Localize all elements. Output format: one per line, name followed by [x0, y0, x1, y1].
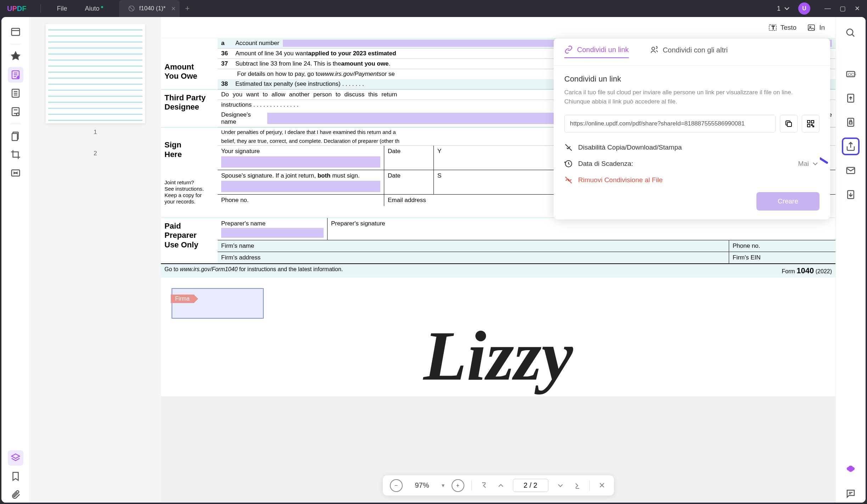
- text-tool[interactable]: TTesto: [768, 23, 796, 32]
- reader-mode-button[interactable]: [8, 24, 23, 40]
- search-button[interactable]: [842, 24, 860, 42]
- annotation-arrow: [820, 157, 828, 166]
- zoom-navigation-bar: − 97% ▾ + ✕: [383, 475, 614, 495]
- link-icon: [564, 45, 573, 54]
- unlink-icon: [564, 176, 573, 184]
- close-bar-button[interactable]: ✕: [597, 481, 607, 490]
- expiry-option[interactable]: Data di Scadenza: Mai: [564, 159, 820, 168]
- organize-button[interactable]: [8, 104, 23, 119]
- share-others-tab[interactable]: Condividi con gli altri: [650, 45, 728, 58]
- menu-file[interactable]: File: [48, 5, 76, 12]
- share-description: Carica il tuo file sul cloud per inviare…: [564, 88, 820, 106]
- disable-icon: [564, 143, 573, 152]
- redact-button[interactable]: [8, 165, 23, 181]
- app-logo: UPDF: [7, 5, 26, 13]
- expiry-value[interactable]: Mai: [798, 159, 820, 168]
- history-icon: [564, 159, 573, 168]
- minimize-button[interactable]: —: [824, 5, 831, 12]
- create-button[interactable]: Creare: [756, 192, 820, 211]
- svg-point-28: [847, 29, 853, 35]
- remove-share-option[interactable]: Rimuovi Condivisione al File: [564, 176, 820, 184]
- titlebar: UPDF File Aiuto f1040 (1)* × + 1 U — ▢ ✕: [0, 0, 867, 17]
- share-url-input[interactable]: [564, 115, 776, 133]
- svg-rect-26: [813, 126, 814, 127]
- svg-rect-21: [787, 122, 792, 127]
- qr-code-button[interactable]: [802, 115, 820, 133]
- prev-page-button[interactable]: [496, 481, 506, 490]
- form-button[interactable]: [8, 85, 23, 101]
- comment-button[interactable]: [8, 49, 23, 64]
- image-tool[interactable]: In: [807, 23, 825, 32]
- svg-line-1: [130, 7, 133, 10]
- svg-rect-22: [807, 121, 810, 123]
- svg-line-29: [852, 34, 854, 37]
- svg-rect-23: [811, 121, 814, 123]
- svg-rect-25: [811, 124, 812, 125]
- attachment-button[interactable]: [8, 487, 23, 503]
- svg-text:OCR: OCR: [848, 72, 856, 77]
- zoom-in-button[interactable]: +: [452, 479, 464, 492]
- share-button[interactable]: [842, 138, 860, 155]
- zoom-dropdown[interactable]: ▾: [442, 482, 444, 489]
- svg-rect-34: [849, 122, 852, 124]
- layers-button[interactable]: [8, 450, 23, 466]
- comment-panel-button[interactable]: [842, 485, 860, 503]
- svg-point-10: [16, 113, 19, 116]
- protect-button[interactable]: [842, 113, 860, 131]
- pages-button[interactable]: [8, 128, 23, 144]
- svg-rect-16: [808, 25, 815, 30]
- ai-button[interactable]: [842, 461, 860, 478]
- share-link-tab[interactable]: Condividi un link: [564, 45, 629, 58]
- window-count[interactable]: 1: [777, 4, 791, 13]
- close-button[interactable]: ✕: [855, 5, 860, 12]
- tab-title: f1040 (1)*: [139, 5, 166, 12]
- share-panel: Condividi un link Condividi con gli altr…: [554, 38, 830, 219]
- copy-icon: [784, 119, 793, 128]
- first-page-button[interactable]: [479, 481, 489, 490]
- share-title: Condividi un link: [564, 74, 820, 84]
- svg-rect-9: [12, 108, 19, 116]
- svg-rect-24: [807, 124, 810, 127]
- user-avatar[interactable]: U: [798, 2, 810, 15]
- copy-link-button[interactable]: [780, 115, 798, 133]
- chevron-down-icon: [811, 159, 820, 168]
- signature-text: Lizzy: [161, 315, 835, 396]
- qr-icon: [806, 119, 815, 128]
- edit-button[interactable]: [8, 67, 23, 83]
- third-party-label: Third Party Designee: [161, 90, 218, 127]
- maximize-button[interactable]: ▢: [840, 5, 846, 12]
- tab-doc-icon: [128, 5, 135, 12]
- menu-help[interactable]: Aiuto: [76, 5, 108, 12]
- disable-copy-option[interactable]: Disabilità Copia/Download/Stampa: [564, 143, 820, 152]
- left-sidebar: [1, 17, 30, 503]
- chevron-down-icon: [783, 4, 791, 13]
- people-icon: [650, 46, 659, 54]
- svg-rect-12: [12, 134, 17, 141]
- bookmark-button[interactable]: [8, 469, 23, 484]
- email-button[interactable]: [842, 162, 860, 179]
- thumbnail-page-1[interactable]: [46, 24, 145, 123]
- thumbnail-number-2: 2: [37, 150, 154, 157]
- document-tab[interactable]: f1040 (1)* ×: [119, 0, 180, 17]
- crop-button[interactable]: [8, 147, 23, 162]
- new-tab-button[interactable]: +: [185, 4, 190, 13]
- next-page-button[interactable]: [555, 481, 565, 490]
- thumbnails-panel: 1 Lizzy 2: [30, 17, 161, 503]
- amount-you-owe-label: Amount You Owe: [161, 59, 218, 89]
- svg-point-20: [652, 47, 655, 50]
- sign-here-label: Sign Here Joint return? See instructions…: [161, 128, 218, 218]
- signature-tag: Firma: [171, 295, 194, 303]
- page-input[interactable]: [513, 479, 548, 492]
- zoom-out-button[interactable]: −: [390, 479, 403, 492]
- signature-field[interactable]: Firma: [172, 288, 264, 319]
- svg-rect-2: [11, 28, 19, 35]
- convert-button[interactable]: [842, 89, 860, 107]
- print-button[interactable]: [842, 186, 860, 203]
- svg-text:T: T: [772, 25, 775, 30]
- right-sidebar: OCR: [835, 17, 866, 503]
- ocr-button[interactable]: OCR: [842, 65, 860, 83]
- paid-preparer-label: Paid Preparer Use Only: [161, 218, 218, 263]
- tab-close-icon[interactable]: ×: [172, 5, 176, 13]
- thumbnail-number-1: 1: [37, 129, 154, 136]
- last-page-button[interactable]: [572, 481, 582, 490]
